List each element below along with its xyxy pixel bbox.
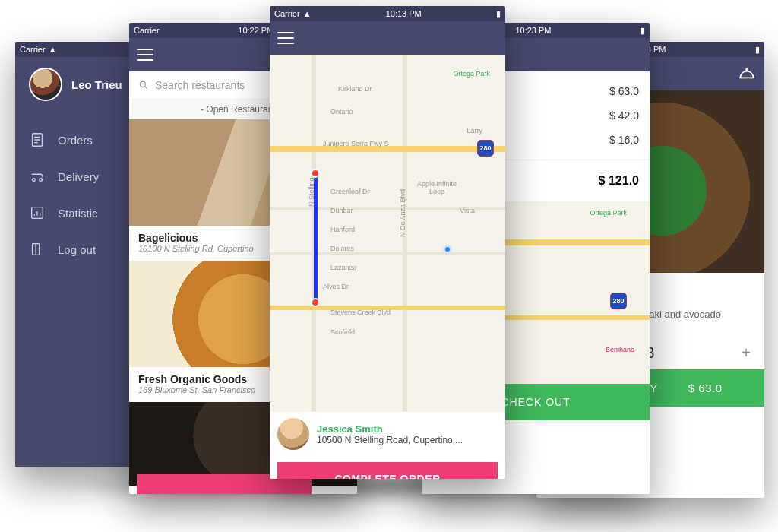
- map-label: Larry: [466, 127, 482, 135]
- battery-icon: ▮: [640, 26, 645, 36]
- tray-icon[interactable]: [737, 65, 757, 82]
- map-label: Ortega Park: [590, 209, 627, 217]
- nav-bar: [270, 21, 505, 55]
- sidebar-item-label: Orders: [58, 134, 93, 147]
- wifi-icon: ▲: [303, 9, 312, 18]
- map-label: Benihana: [606, 346, 634, 353]
- map-label: Vista: [460, 207, 475, 214]
- map-label: Lazaneo: [330, 264, 357, 271]
- map-label: Dolores: [330, 245, 354, 252]
- carrier-label: Carrier: [20, 45, 46, 54]
- map-label: Scofield: [330, 328, 355, 336]
- qty-plus-button[interactable]: +: [742, 344, 751, 362]
- map-label: Hanford: [330, 226, 355, 233]
- battery-icon: ▮: [496, 9, 501, 19]
- logout-icon: [29, 241, 46, 258]
- driver-address: 10500 N Stelling Road, Cupertino,...: [317, 435, 463, 445]
- driver-avatar: [277, 418, 309, 450]
- price: $ 42.0: [609, 109, 639, 122]
- sidebar-item-label: Statistic: [58, 207, 98, 220]
- map-label: N Stelling: [308, 177, 315, 207]
- clock: 10:13 PM: [386, 9, 422, 18]
- svg-point-1: [33, 179, 36, 182]
- map-label: Apple Infinite Loop: [414, 180, 460, 195]
- svg-point-5: [140, 81, 145, 87]
- map-label: Greenleaf Dr: [330, 188, 370, 195]
- clock: 10:23 PM: [515, 26, 551, 35]
- driver-name: Jessica Smith: [317, 423, 463, 435]
- map-label: Junipero Serra Fwy S: [323, 140, 389, 147]
- screen-delivery-map: Carrier ▲ 10:13 PM ▮ 280 Junipero Serra …: [270, 6, 505, 479]
- map-label: Ontario: [330, 108, 353, 116]
- delivery-icon: [29, 168, 46, 185]
- carrier-label: Carrier: [274, 9, 300, 18]
- current-location-icon: [443, 245, 452, 254]
- status-bar: Carrier ▲ 10:13 PM ▮: [270, 6, 505, 21]
- wifi-icon: ▲: [49, 45, 57, 54]
- sidebar-item-label: Log out: [58, 243, 96, 256]
- destination-pin-icon: [311, 298, 320, 307]
- sidebar-item-label: Delivery: [58, 170, 99, 183]
- menu-icon[interactable]: [277, 32, 294, 44]
- add-price: $ 63.0: [688, 382, 723, 394]
- map-label: Stevens Creek Blvd: [330, 309, 391, 316]
- price: $ 63.0: [609, 85, 639, 97]
- map-label: Dunbar: [330, 207, 353, 214]
- menu-icon[interactable]: [137, 49, 153, 61]
- svg-point-6: [746, 69, 748, 71]
- highway-shield-icon: 280: [610, 293, 627, 309]
- battery-icon: ▮: [755, 45, 760, 55]
- orders-icon: [29, 131, 46, 148]
- complete-order-button[interactable]: COMPLETE ORDER: [277, 462, 498, 479]
- map-label: N De Anza Blvd: [399, 189, 406, 237]
- driver-card[interactable]: Jessica Smith 10500 N Stelling Road, Cup…: [270, 412, 505, 456]
- origin-pin-icon: [311, 169, 320, 178]
- user-avatar: [29, 68, 62, 101]
- carrier-label: Carrier: [134, 26, 160, 35]
- svg-point-2: [40, 179, 43, 182]
- price: $ 16.0: [609, 134, 639, 146]
- map-label: Ortega Park: [453, 70, 490, 78]
- search-placeholder: Search restaurants: [155, 79, 245, 91]
- map-view[interactable]: 280 Junipero Serra Fwy S Stevens Creek B…: [270, 55, 505, 412]
- map-label: Alves Dr: [323, 283, 349, 290]
- highway-shield-icon: 280: [477, 140, 494, 157]
- map-label: Kirkland Dr: [338, 85, 372, 93]
- clock: 10:22 PM: [238, 26, 274, 35]
- user-name: Leo Trieu: [71, 78, 122, 91]
- search-icon: [138, 80, 149, 90]
- statistic-icon: [29, 204, 46, 221]
